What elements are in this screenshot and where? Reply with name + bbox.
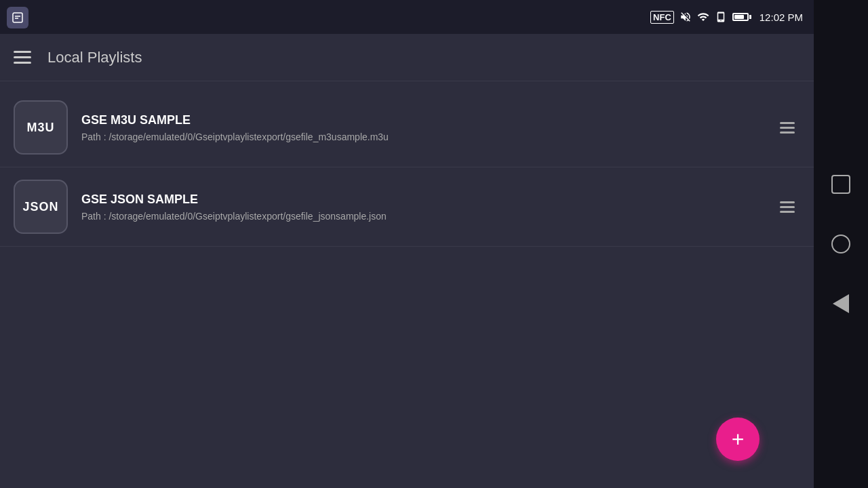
playlist-icon-label: M3U — [26, 121, 54, 135]
menu-button[interactable] — [14, 51, 31, 64]
playlist-m3u-menu-button[interactable] — [774, 117, 800, 139]
playlist-m3u-icon: M3U — [14, 100, 68, 155]
app-icon — [7, 7, 28, 28]
back-button[interactable] — [833, 294, 849, 313]
recent-apps-button[interactable] — [831, 175, 850, 194]
nav-bar — [814, 0, 868, 488]
list-item[interactable]: M3U GSE M3U SAMPLE Path : /storage/emula… — [0, 88, 814, 167]
status-icons: NFC 12:02 PM — [650, 11, 803, 24]
playlist-m3u-name: GSE M3U SAMPLE — [81, 113, 761, 127]
status-bar: NFC 12:02 PM — [0, 0, 814, 34]
battery-icon — [732, 13, 751, 21]
playlist-json-icon: JSON — [14, 180, 68, 234]
content-area: M3U GSE M3U SAMPLE Path : /storage/emula… — [0, 81, 814, 488]
list-item[interactable]: JSON GSE JSON SAMPLE Path : /storage/emu… — [0, 167, 814, 247]
playlist-json-path: Path : /storage/emulated/0/Gseiptvplayli… — [81, 211, 761, 222]
status-time: 12:02 PM — [760, 12, 803, 23]
page-title: Local Playlists — [47, 49, 142, 66]
playlist-m3u-path: Path : /storage/emulated/0/Gseiptvplayli… — [81, 131, 761, 142]
signal-icon — [715, 11, 727, 23]
svg-rect-0 — [13, 13, 22, 22]
app-container: NFC 12:02 PM — [0, 0, 814, 488]
playlist-json-menu-button[interactable] — [774, 196, 800, 218]
add-playlist-button[interactable]: + — [716, 418, 760, 461]
plus-icon: + — [732, 428, 745, 450]
nfc-icon: NFC — [650, 11, 674, 24]
home-button[interactable] — [831, 235, 850, 253]
wifi-icon — [697, 11, 709, 23]
mute-icon — [679, 11, 692, 23]
playlist-json-name: GSE JSON SAMPLE — [81, 192, 761, 207]
playlist-json-info: GSE JSON SAMPLE Path : /storage/emulated… — [81, 192, 761, 222]
playlist-m3u-info: GSE M3U SAMPLE Path : /storage/emulated/… — [81, 113, 761, 142]
playlist-icon-label: JSON — [22, 200, 58, 214]
toolbar: Local Playlists — [0, 34, 814, 81]
